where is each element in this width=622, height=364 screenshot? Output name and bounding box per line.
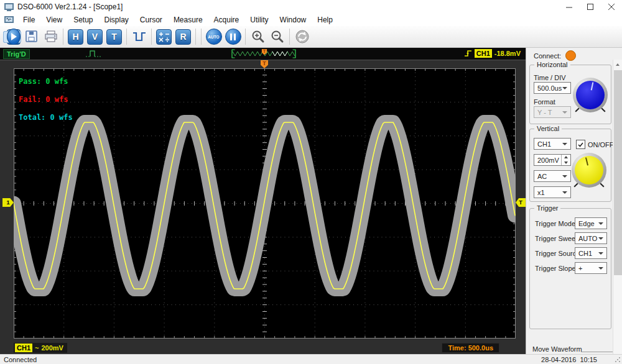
toolbar-separator [126, 29, 127, 45]
pass-fail-readout: Pass: 0 wfs Fail: 0 wfs Total: 0 wfs [19, 73, 73, 127]
time-div-label: Time / DIV [534, 74, 566, 81]
zoom-out-button[interactable] [268, 28, 286, 46]
h-button-face: H [68, 29, 83, 45]
trigger-status-badge: Trig'D [3, 49, 30, 59]
chevron-down-icon [562, 143, 567, 145]
channel-value: CH1 [537, 140, 551, 148]
horizontal-menu-button[interactable]: H [67, 28, 85, 46]
math-button-face [156, 29, 172, 45]
coupling-value: AC [537, 173, 547, 180]
print-button[interactable] [42, 28, 60, 46]
pause-button[interactable] [224, 28, 242, 46]
probe-select[interactable]: x1 [534, 186, 571, 198]
minimize-button[interactable] [559, 0, 580, 14]
connect-label: Connect: [534, 52, 561, 60]
scrollbar-up-button[interactable] [613, 60, 622, 69]
trigger-level-value: -18.8mV [494, 50, 521, 57]
pass-fail-fall-button[interactable] [130, 28, 148, 46]
run-button-face [7, 29, 21, 45]
save-icon [25, 30, 39, 43]
menu-setup[interactable]: Setup [68, 14, 98, 25]
horizontal-knob[interactable] [573, 78, 608, 112]
menu-window[interactable]: Window [274, 14, 312, 25]
check-icon [578, 142, 583, 147]
self-calibration-button[interactable] [293, 28, 311, 46]
channel1-level-marker[interactable]: 1 [2, 198, 14, 207]
app-icon [4, 3, 14, 11]
math-icon [159, 31, 170, 42]
trigger-sweep-value: AUTO [578, 235, 597, 242]
waveform-plot[interactable]: Pass: 0 wfs Fail: 0 wfs Total: 0 wfs [14, 68, 516, 339]
trigger-mode-label: Trigger Mode [535, 220, 575, 227]
menu-help[interactable]: Help [312, 14, 338, 25]
spin-down-button[interactable] [562, 160, 570, 166]
maximize-button[interactable] [580, 0, 601, 14]
toolbar-separator [195, 29, 196, 45]
trigger-menu-button[interactable]: T [105, 28, 123, 46]
toolbar-separator [201, 29, 202, 45]
trigger-position-marker[interactable]: T [261, 60, 268, 68]
trigger-level-marker[interactable]: T [516, 198, 526, 207]
trigger-source-select[interactable]: CH1 [575, 247, 607, 259]
panel-scrollbar[interactable] [613, 60, 622, 354]
onoff-label: ON/OFF [588, 141, 614, 148]
trigger-sweep-select[interactable]: AUTO [575, 232, 607, 244]
reference-button[interactable]: R [174, 28, 192, 46]
channel1-readout: CH1 ~ 200mV [14, 343, 67, 353]
menu-acquire[interactable]: Acquire [208, 14, 245, 25]
probe-value: x1 [537, 189, 545, 196]
edge-trigger-icon [464, 49, 472, 58]
menu-file[interactable]: File [17, 14, 40, 25]
triangle-up-icon [564, 156, 568, 158]
time-div-value: 500.0us [537, 84, 562, 92]
chevron-down-icon [598, 267, 603, 270]
coupling-select[interactable]: AC [534, 170, 571, 182]
zoom-in-button[interactable] [249, 28, 267, 46]
pulse-fall-icon [132, 30, 146, 43]
time-div-select[interactable]: 500.0us [534, 82, 571, 94]
pause-icon [230, 34, 236, 40]
toolbar-separator [63, 29, 63, 45]
menu-display[interactable]: Display [99, 14, 134, 25]
math-button[interactable] [155, 28, 173, 46]
run-button[interactable] [3, 31, 21, 43]
move-waveform-label: Move Waveform [532, 345, 582, 353]
connect-button[interactable] [565, 50, 576, 61]
menu-view[interactable]: View [40, 14, 68, 25]
vertical-group: Vertical CH1 ON/OFF 200mV AC x1 [529, 129, 611, 202]
horizontal-group: Horizontal Time / DIV 500.0us Format Y -… [529, 65, 611, 124]
chevron-down-icon [598, 222, 603, 225]
spin-up-button[interactable] [562, 155, 570, 160]
connection-status: Connected [4, 356, 37, 363]
trigger-slope-value: + [578, 265, 582, 272]
scrollbar-thumb[interactable] [614, 70, 622, 275]
close-button[interactable] [601, 0, 622, 14]
trigger-slope-select[interactable]: + [575, 262, 607, 274]
knob-tick [601, 107, 605, 112]
toolbar-separator [245, 29, 246, 45]
total-count: Total: 0 wfs [19, 109, 73, 127]
autoset-label: AUTO [208, 35, 219, 39]
menu-cursor[interactable]: Cursor [134, 14, 168, 25]
menu-measure[interactable]: Measure [168, 14, 208, 25]
autoset-button[interactable]: AUTO [205, 28, 223, 46]
trigger-slope-label: Trigger Slope [535, 265, 576, 272]
chevron-down-icon [562, 111, 567, 114]
scope-display: Pass: 0 wfs Fail: 0 wfs Total: 0 wfs T 1… [0, 60, 526, 354]
vertical-scale-spinner[interactable]: 200mV [534, 154, 571, 166]
vertical-menu-button[interactable]: V [86, 28, 104, 46]
trigger-mode-select[interactable]: Edge [575, 217, 607, 229]
vertical-knob[interactable] [572, 153, 606, 188]
play-icon [11, 33, 17, 40]
title-bar: DSO-6000 Ver2.1.24 - [Scope1] [0, 0, 622, 14]
trigger-sweep-label: Trigger Sweep [535, 235, 579, 242]
menu-utility[interactable]: Utility [244, 14, 274, 25]
waveform-preview[interactable]: T [230, 48, 299, 60]
vertical-group-title: Vertical [534, 125, 562, 132]
channel-select[interactable]: CH1 [534, 138, 571, 150]
save-button[interactable] [22, 28, 40, 46]
resize-grip[interactable] [615, 357, 621, 363]
channel-onoff-checkbox[interactable] [576, 140, 585, 149]
autoset-button-face: AUTO [206, 29, 222, 45]
pulse-mode-icon [86, 50, 104, 58]
